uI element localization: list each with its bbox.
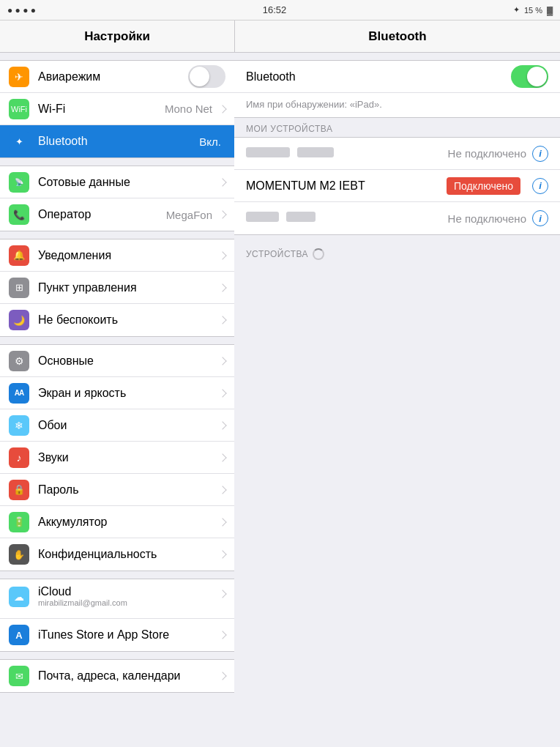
battery-chevron	[218, 518, 226, 526]
privacy-icon: ✋	[9, 544, 29, 565]
airplane-icon: ✈	[9, 67, 29, 87]
donotdisturb-icon: 🌙	[9, 310, 29, 330]
settings-row-cellular[interactable]: 📡 Сотовые данные	[0, 166, 234, 198]
bluetooth-icon-sidebar: ✦	[9, 131, 29, 152]
privacy-label: Конфиденциальность	[38, 548, 217, 561]
wifi-label: Wi-Fi	[38, 103, 165, 116]
device-row-1[interactable]: Не подключено i	[234, 138, 560, 170]
mail-icon: ✉	[9, 666, 29, 686]
bluetooth-right-panel: Bluetooth Bluetooth Имя при обнаружении:…	[234, 21, 560, 747]
my-devices-group: Не подключено i MOMENTUM M2 IEBT Подключ…	[234, 137, 560, 235]
settings-row-passcode[interactable]: 🔒 Пароль	[0, 474, 234, 506]
itunes-chevron	[218, 631, 226, 639]
battery-label: Аккумулятор	[38, 516, 217, 529]
wifi-value: Mono Net	[165, 103, 212, 115]
signal-indicators: ● ● ● ●	[7, 5, 36, 15]
display-icon: AA	[9, 383, 29, 404]
privacy-chevron	[218, 550, 226, 558]
wifi-chevron	[218, 105, 226, 113]
icloud-icon: ☁	[9, 587, 29, 607]
general-label: Основные	[38, 354, 217, 368]
settings-row-general[interactable]: ⚙ Основные	[0, 345, 234, 377]
passcode-icon: 🔒	[9, 480, 29, 500]
notifications-icon: 🔔	[9, 245, 29, 266]
device-placeholder-3b	[286, 212, 316, 222]
sounds-label: Звуки	[38, 451, 217, 464]
sounds-chevron	[218, 453, 226, 461]
device-row-3[interactable]: Не подключено i	[234, 202, 560, 234]
settings-group-4: ⚙ Основные AA Экран и яркость ❄ Обои ♪ З…	[0, 344, 234, 571]
device-row-momentum[interactable]: MOMENTUM M2 IEBT Подключено i	[234, 170, 560, 202]
operator-chevron	[218, 210, 226, 218]
operator-value: MegaFon	[166, 209, 212, 221]
general-chevron	[218, 357, 226, 365]
settings-row-operator[interactable]: 📞 Оператор MegaFon	[0, 198, 234, 231]
device-name-1	[246, 147, 448, 160]
device-info-btn-1[interactable]: i	[532, 146, 548, 162]
status-time: 16:52	[263, 4, 287, 15]
general-icon: ⚙	[9, 351, 29, 371]
device-status-1: Не подключено	[448, 147, 526, 160]
status-right: ✦ 15 % ▓	[513, 5, 553, 15]
mail-chevron	[218, 672, 226, 680]
scanning-section: УСТРОЙСТВА	[234, 242, 560, 263]
settings-row-wifi[interactable]: WiFi Wi-Fi Mono Net	[0, 93, 234, 125]
wallpaper-chevron	[218, 421, 226, 429]
settings-row-privacy[interactable]: ✋ Конфиденциальность	[0, 538, 234, 571]
control-chevron	[218, 283, 226, 291]
settings-group-3: 🔔 Уведомления ⊞ Пункт управления 🌙 Не бе…	[0, 239, 234, 337]
bluetooth-content: Bluetooth Имя при обнаружении: «iPad». М…	[234, 53, 560, 263]
display-label: Экран и яркость	[38, 387, 217, 400]
donotdisturb-label: Не беспокоить	[38, 313, 217, 327]
settings-row-wallpaper[interactable]: ❄ Обои	[0, 409, 234, 442]
settings-group-2: 📡 Сотовые данные 📞 Оператор MegaFon	[0, 166, 234, 231]
cellular-label: Сотовые данные	[38, 176, 217, 189]
mail-label: Почта, адреса, календари	[38, 669, 217, 683]
settings-group-1: ✈ Авиарежим WiFi Wi-Fi Mono Net ✦ Blueto…	[0, 60, 234, 158]
settings-row-bluetooth[interactable]: ✦ Bluetooth Вкл.	[0, 125, 234, 157]
bluetooth-toggle[interactable]	[511, 65, 548, 88]
bluetooth-value: Вкл.	[199, 135, 221, 148]
device-name-momentum: MOMENTUM M2 IEBT	[246, 179, 447, 193]
passcode-chevron	[218, 486, 226, 494]
bluetooth-main-label: Bluetooth	[246, 70, 511, 83]
settings-row-battery[interactable]: 🔋 Аккумулятор	[0, 506, 234, 538]
airplane-label: Авиарежим	[38, 70, 188, 83]
airplane-toggle[interactable]	[188, 65, 225, 88]
bluetooth-toggle-row: Bluetooth	[234, 61, 560, 93]
battery-icon-row: 🔋	[9, 512, 29, 532]
battery-level: 15 %	[524, 6, 542, 15]
device-status-momentum: Подключено	[447, 177, 520, 195]
device-info-btn-3[interactable]: i	[532, 210, 548, 226]
bluetooth-discovery-text: Имя при обнаружении: «iPad».	[234, 93, 560, 117]
settings-row-notifications[interactable]: 🔔 Уведомления	[0, 239, 234, 272]
sounds-icon: ♪	[9, 447, 29, 468]
notifications-label: Уведомления	[38, 249, 217, 262]
wifi-icon: WiFi	[9, 99, 29, 119]
device-name-3	[246, 212, 448, 225]
device-placeholder-1b	[297, 147, 334, 157]
device-placeholder-1	[246, 147, 290, 157]
settings-row-airplane[interactable]: ✈ Авиарежим	[0, 61, 234, 93]
icloud-label: iCloud	[38, 585, 217, 598]
control-label: Пункт управления	[38, 281, 217, 294]
settings-row-display[interactable]: AA Экран и яркость	[0, 377, 234, 409]
notifications-chevron	[218, 251, 226, 259]
bluetooth-icon: ✦	[513, 5, 520, 15]
left-panel-header: Настройки	[0, 21, 234, 53]
settings-row-itunes[interactable]: A iTunes Store и App Store	[0, 619, 234, 651]
device-status-3: Не подключено	[448, 212, 526, 225]
passcode-label: Пароль	[38, 483, 217, 497]
display-chevron	[218, 389, 226, 397]
settings-row-sounds[interactable]: ♪ Звуки	[0, 442, 234, 474]
settings-row-mail[interactable]: ✉ Почта, адреса, календари	[0, 660, 234, 692]
wallpaper-label: Обои	[38, 419, 217, 432]
settings-row-icloud[interactable]: ☁ iCloud mirabilizmail@gmail.com	[0, 579, 234, 619]
device-info-btn-momentum[interactable]: i	[532, 178, 548, 194]
settings-left-panel: Настройки ✈ Авиарежим WiFi Wi-Fi Mono Ne…	[0, 21, 234, 747]
status-bar: ● ● ● ● 16:52 ✦ 15 % ▓	[0, 0, 560, 21]
settings-row-control[interactable]: ⊞ Пункт управления	[0, 272, 234, 304]
bluetooth-toggle-group: Bluetooth Имя при обнаружении: «iPad».	[234, 60, 560, 118]
settings-row-donotdisturb[interactable]: 🌙 Не беспокоить	[0, 304, 234, 336]
cellular-icon: 📡	[9, 172, 29, 193]
